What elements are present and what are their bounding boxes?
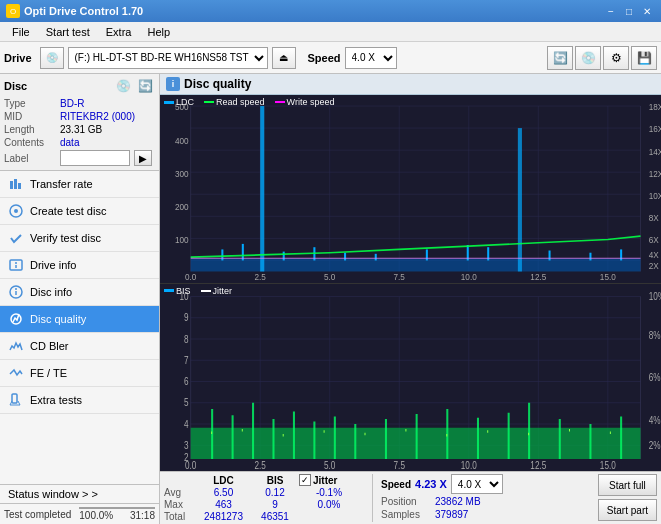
- legend-bis: BIS: [176, 286, 191, 296]
- sidebar-item-verify-test-disc[interactable]: Verify test disc: [0, 225, 159, 252]
- mid-value: RITEKBR2 (000): [60, 111, 135, 122]
- jitter-checkbox[interactable]: ✓: [299, 474, 311, 486]
- app-title: Opti Drive Control 1.70: [24, 5, 143, 17]
- svg-text:8: 8: [184, 333, 189, 344]
- type-label: Type: [4, 98, 56, 109]
- speed-select[interactable]: 4.0 X: [345, 47, 397, 69]
- svg-rect-59: [375, 254, 377, 261]
- length-label: Length: [4, 124, 56, 135]
- svg-rect-120: [589, 424, 591, 459]
- contents-label: Contents: [4, 137, 56, 148]
- sidebar-item-create-test-disc[interactable]: Create test disc: [0, 198, 159, 225]
- drive-icon-button[interactable]: 💿: [40, 47, 64, 69]
- svg-rect-117: [508, 412, 510, 458]
- disc-quality-title: Disc quality: [184, 77, 251, 91]
- minimize-button[interactable]: −: [603, 4, 619, 18]
- svg-text:3: 3: [184, 440, 189, 451]
- svg-rect-63: [549, 251, 551, 261]
- right-panel: i Disc quality LDC Read speed Write spee…: [160, 74, 661, 524]
- drive-bar: Drive 💿 (F:) HL-DT-ST BD-RE WH16NS58 TST…: [0, 42, 661, 74]
- sidebar-item-fe-te[interactable]: FE / TE: [0, 360, 159, 387]
- svg-text:12X: 12X: [649, 168, 661, 178]
- disc-quality-header: i Disc quality: [160, 74, 661, 95]
- progress-row: Test completed 100.0% 31:18: [0, 504, 159, 524]
- nav-label-extra-tests: Extra tests: [30, 394, 82, 406]
- sidebar-item-extra-tests[interactable]: Extra tests: [0, 387, 159, 414]
- disc-details-button[interactable]: 💿: [113, 78, 133, 94]
- svg-rect-51: [191, 258, 641, 271]
- disc-info-icon: [8, 284, 24, 300]
- drive-select[interactable]: (F:) HL-DT-ST BD-RE WH16NS58 TST4: [68, 47, 268, 69]
- app-icon: O: [6, 4, 20, 18]
- total-label: Total: [164, 511, 192, 522]
- svg-text:6%: 6%: [649, 372, 661, 383]
- svg-rect-126: [364, 432, 365, 435]
- label-go-button[interactable]: ▶: [134, 150, 152, 166]
- svg-text:4%: 4%: [649, 415, 661, 426]
- svg-text:8%: 8%: [649, 330, 661, 341]
- legend-jitter: Jitter: [213, 286, 233, 296]
- label-input[interactable]: [60, 150, 130, 166]
- svg-rect-108: [272, 419, 274, 459]
- maximize-button[interactable]: □: [621, 4, 637, 18]
- disc-quality-icon: [8, 311, 24, 327]
- menu-file[interactable]: File: [4, 24, 38, 40]
- status-window-button[interactable]: Status window > >: [0, 485, 159, 504]
- stats-bar: LDC BIS ✓ Jitter Avg 6.50 0.12 -0.1% Max…: [160, 471, 661, 524]
- refresh-button[interactable]: 🔄: [547, 46, 573, 70]
- menu-bar: File Start test Extra Help: [0, 22, 661, 42]
- avg-jitter: -0.1%: [299, 487, 359, 498]
- svg-text:400: 400: [175, 135, 189, 145]
- svg-text:7.5: 7.5: [394, 272, 406, 282]
- svg-text:7: 7: [184, 355, 189, 366]
- menu-extra[interactable]: Extra: [98, 24, 140, 40]
- svg-text:14X: 14X: [649, 146, 661, 156]
- disc-button[interactable]: 💿: [575, 46, 601, 70]
- start-part-button[interactable]: Start part: [598, 499, 657, 521]
- svg-rect-130: [528, 432, 529, 435]
- svg-rect-110: [313, 421, 315, 459]
- svg-text:18X: 18X: [649, 102, 661, 112]
- menu-start-test[interactable]: Start test: [38, 24, 98, 40]
- svg-rect-12: [12, 394, 17, 403]
- jitter-checkbox-row: ✓ Jitter: [299, 474, 337, 486]
- svg-rect-131: [569, 429, 570, 432]
- svg-text:2.5: 2.5: [255, 272, 267, 282]
- speed-stat-label: Speed: [381, 479, 411, 490]
- sidebar-item-cd-bler[interactable]: CD Bler: [0, 333, 159, 360]
- status-completed-text: Test completed: [4, 509, 71, 520]
- contents-value: data: [60, 137, 79, 148]
- disc-refresh-button[interactable]: 🔄: [135, 78, 155, 94]
- eject-button[interactable]: ⏏: [272, 47, 296, 69]
- settings-button[interactable]: ⚙: [603, 46, 629, 70]
- sidebar-item-drive-info[interactable]: Drive info: [0, 252, 159, 279]
- sidebar-item-disc-info[interactable]: Disc info: [0, 279, 159, 306]
- max-jitter: 0.0%: [299, 499, 359, 510]
- nav-label-disc-quality: Disc quality: [30, 313, 86, 325]
- time-elapsed: 31:18: [130, 510, 155, 521]
- top-chart-legend: LDC Read speed Write speed: [164, 97, 334, 107]
- save-button[interactable]: 💾: [631, 46, 657, 70]
- svg-rect-128: [446, 434, 447, 437]
- start-full-button[interactable]: Start full: [598, 474, 657, 496]
- menu-help[interactable]: Help: [139, 24, 178, 40]
- nav-label-fe-te: FE / TE: [30, 367, 67, 379]
- svg-rect-56: [283, 252, 285, 261]
- speed-stat-select[interactable]: 4.0 X: [451, 474, 503, 494]
- samples-label: Samples: [381, 509, 431, 520]
- sidebar-item-disc-quality[interactable]: Disc quality: [0, 306, 159, 333]
- bis-header: BIS: [255, 475, 295, 486]
- progress-bar: [79, 507, 155, 509]
- close-button[interactable]: ✕: [639, 4, 655, 18]
- sidebar-item-transfer-rate[interactable]: Transfer rate: [0, 171, 159, 198]
- svg-text:5.0: 5.0: [324, 460, 335, 471]
- svg-text:8X: 8X: [649, 212, 659, 222]
- svg-text:100: 100: [175, 234, 189, 244]
- type-value: BD-R: [60, 98, 84, 109]
- disc-title: Disc: [4, 80, 27, 92]
- top-chart-svg: 500 400 300 200 100 18X 16X 14X 12X 10X …: [160, 95, 661, 283]
- svg-text:0.0: 0.0: [185, 272, 197, 282]
- bottom-chart-svg: 10 9 8 7 6 5 4 3 2 10% 8% 6% 4% 2% 0.0: [160, 284, 661, 472]
- legend-write-speed: Write speed: [287, 97, 335, 107]
- svg-rect-111: [334, 416, 336, 459]
